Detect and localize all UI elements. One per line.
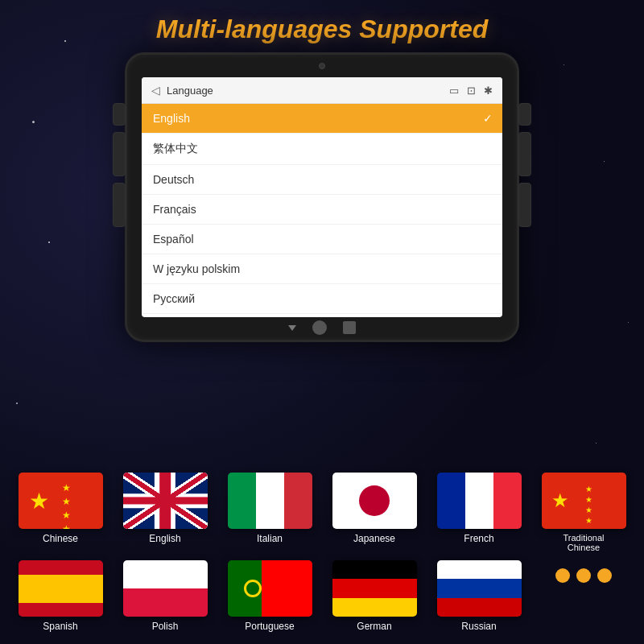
- recents-nav-button[interactable]: [343, 321, 356, 334]
- screen-header: ◁ Language ▭ ⊡ ✱: [142, 77, 502, 104]
- grip-tall: [518, 132, 531, 176]
- back-arrow-icon[interactable]: ◁: [151, 84, 160, 97]
- flag-item-portuguese: Portuguese: [217, 560, 322, 632]
- stripe-top: [19, 560, 103, 575]
- flag-item-chinese: ★ ★ ★ ★ ★ Chinese: [8, 473, 113, 552]
- flag-trad-chinese: ★ ★ ★ ★ ★: [542, 473, 626, 529]
- flag-label-polish: Polish: [152, 621, 179, 632]
- stripe-bot: [19, 603, 103, 617]
- flag-portuguese: [228, 560, 312, 617]
- language-item-russian[interactable]: Русский: [142, 284, 502, 314]
- flag-item-italian: Italian: [217, 473, 322, 552]
- flag-label-german: German: [357, 621, 391, 632]
- flag-german: [332, 560, 417, 617]
- stripe-top: [123, 560, 208, 588]
- flag-item-russian: Russian: [427, 560, 531, 632]
- language-item-english[interactable]: English: [142, 104, 502, 134]
- stripe-mid: [332, 579, 417, 597]
- stripe-bot: [123, 588, 208, 617]
- page-title: Multi-languages Supported: [0, 14, 644, 44]
- star-large-icon: ★: [29, 488, 49, 514]
- flag-item-german: German: [322, 560, 427, 632]
- stripe-mid: [19, 575, 103, 603]
- stripe-green: [228, 473, 256, 529]
- flag-label-trad-chinese: TraditionalChinese: [564, 533, 605, 552]
- stripe-blue: [437, 473, 465, 529]
- stripe-top: [437, 560, 522, 579]
- flag-english: [123, 473, 208, 529]
- flag-label-chinese: Chinese: [43, 533, 78, 544]
- small-star-icon: ★: [62, 510, 71, 521]
- language-item-polish[interactable]: W języku polskim: [142, 254, 502, 284]
- image-icon: ⊡: [467, 85, 476, 97]
- flag-item-english: English: [113, 473, 217, 552]
- language-item-espanol[interactable]: Español: [142, 225, 502, 254]
- grip: [113, 103, 126, 126]
- flag-label-japanese: Japanese: [353, 533, 395, 544]
- tablet-grips-right: [518, 103, 531, 227]
- grip-tall: [113, 183, 126, 227]
- stripe-bot: [437, 598, 522, 617]
- flag-label-english: English: [149, 533, 180, 544]
- back-nav-button[interactable]: [288, 325, 296, 331]
- screen-header-icons: ▭ ⊡ ✱: [449, 85, 493, 97]
- emblem-icon: [244, 580, 262, 597]
- tablet-camera: [319, 63, 325, 69]
- flag-italian: [228, 473, 312, 529]
- stripe-red: [493, 473, 522, 529]
- flag-label-french: French: [464, 533, 493, 544]
- cross-red-v: [159, 473, 171, 529]
- stripe-white: [465, 473, 493, 529]
- flag-item-japanese: Japanese: [322, 473, 427, 552]
- screen-title: Language: [167, 85, 213, 97]
- dot-2: [576, 568, 591, 583]
- screen-header-left: ◁ Language: [151, 84, 213, 97]
- circle-icon: [359, 485, 390, 516]
- small-star-icon: ★: [62, 523, 71, 529]
- stripe-top: [332, 560, 417, 579]
- tablet-screen: ◁ Language ▭ ⊡ ✱ English 繁体中文 Deutsch Fr…: [142, 77, 502, 317]
- flag-label-russian: Russian: [461, 621, 496, 632]
- flag-item-french: French: [427, 473, 531, 552]
- tablet-grips-left: [113, 103, 126, 227]
- flag-french: [437, 473, 522, 529]
- tablet: ◁ Language ▭ ⊡ ✱ English 繁体中文 Deutsch Fr…: [125, 52, 519, 342]
- tablet-nav-bar: [288, 320, 356, 335]
- flag-japanese: [332, 473, 417, 529]
- bluetooth-icon: ✱: [484, 85, 493, 97]
- flag-item-more: [531, 560, 636, 632]
- stripe-mid: [437, 579, 522, 597]
- small-star-icon: ★: [62, 496, 71, 507]
- more-dots: [555, 560, 612, 583]
- flag-russian: [437, 560, 522, 617]
- grip-tall: [518, 183, 531, 227]
- flag-label-portuguese: Portuguese: [245, 621, 294, 632]
- grip: [518, 103, 531, 126]
- stripe-white: [256, 473, 284, 529]
- flag-item-trad-chinese: ★ ★ ★ ★ ★ TraditionalChinese: [531, 473, 636, 552]
- language-item-trad-chinese[interactable]: 繁体中文: [142, 134, 502, 165]
- dot-1: [555, 568, 570, 583]
- flag-polish: [123, 560, 208, 617]
- flag-label-italian: Italian: [257, 533, 283, 544]
- dot-3: [597, 568, 612, 583]
- language-item-francais[interactable]: Français: [142, 195, 502, 225]
- small-star-icon: ★: [62, 482, 71, 493]
- stripe-bot: [332, 598, 417, 617]
- language-list: English 繁体中文 Deutsch Français Español W …: [142, 104, 502, 314]
- flags-section: ★ ★ ★ ★ ★ Chinese English: [8, 473, 636, 632]
- flag-label-spanish: Spanish: [43, 621, 77, 632]
- stripe-red: [284, 473, 312, 529]
- flag-chinese: ★ ★ ★ ★ ★: [19, 473, 103, 529]
- stars-small: ★ ★ ★ ★: [62, 482, 71, 529]
- flag-item-spanish: Spanish: [8, 560, 113, 632]
- stripe-red: [262, 560, 312, 617]
- home-nav-button[interactable]: [312, 320, 327, 335]
- language-item-deutsch[interactable]: Deutsch: [142, 165, 502, 195]
- flag-spanish: [19, 560, 103, 617]
- grip-tall: [113, 132, 126, 176]
- video-icon: ▭: [449, 85, 459, 97]
- flag-item-polish: Polish: [113, 560, 217, 632]
